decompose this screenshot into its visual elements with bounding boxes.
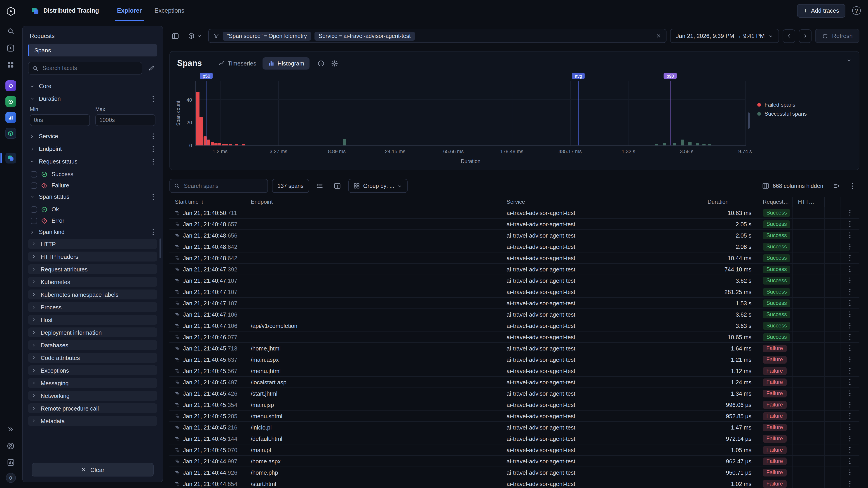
- gear-icon[interactable]: [332, 60, 338, 67]
- facet-group-http[interactable]: HTTP: [28, 239, 157, 249]
- span-search[interactable]: [169, 179, 268, 193]
- app-logo[interactable]: [4, 5, 17, 18]
- failed-span-bar[interactable]: [196, 92, 199, 145]
- row-menu-icon[interactable]: [849, 390, 851, 396]
- facet-group-span-status[interactable]: Span status: [28, 191, 157, 202]
- facet-menu-icon[interactable]: [151, 145, 155, 152]
- successful-span-bar[interactable]: [655, 144, 658, 145]
- table-row[interactable]: Jan 21, 21:40:48.656ai-travel-advisor-ag…: [169, 230, 860, 241]
- table-row[interactable]: Jan 21, 21:40:47.107ai-travel-advisor-ag…: [169, 275, 860, 286]
- facet-option-ok[interactable]: Ok: [28, 204, 157, 215]
- sidebar-scrollbar[interactable]: [159, 238, 161, 258]
- product-icon-4[interactable]: [5, 128, 16, 139]
- row-menu-icon[interactable]: [849, 266, 851, 272]
- successful-span-bar[interactable]: [688, 142, 691, 145]
- successful-span-bar[interactable]: [681, 140, 684, 145]
- table-row[interactable]: Jan 21, 21:40:44.854/start.htmlai-travel…: [169, 478, 860, 488]
- table-row[interactable]: Jan 21, 21:40:48.657ai-travel-advisor-ag…: [169, 219, 860, 230]
- failed-span-bar[interactable]: [211, 142, 214, 145]
- table-row[interactable]: Jan 21, 21:40:45.637/main.aspxai-travel-…: [169, 354, 860, 365]
- edit-facets-button[interactable]: [146, 62, 157, 74]
- usage-icon[interactable]: [4, 456, 17, 469]
- add-traces-button[interactable]: + Add traces: [797, 4, 845, 18]
- failed-span-bar[interactable]: [214, 143, 218, 145]
- row-menu-icon[interactable]: [849, 232, 851, 238]
- collapse-chart-icon[interactable]: [846, 58, 852, 63]
- duration-max-input[interactable]: [95, 114, 155, 126]
- facet-group-host[interactable]: Host: [28, 315, 157, 325]
- help-icon[interactable]: ?: [852, 6, 861, 15]
- notification-badge[interactable]: 0: [6, 473, 16, 483]
- table-row[interactable]: Jan 21, 21:40:45.426/start.jhtmlai-trave…: [169, 388, 860, 399]
- table-row[interactable]: Jan 21, 21:40:45.285/menu.shtmlai-travel…: [169, 411, 860, 422]
- checkbox[interactable]: [31, 182, 37, 189]
- successful-span-bar[interactable]: [695, 143, 699, 145]
- column-header-duration[interactable]: Duration: [702, 197, 757, 207]
- facet-menu-icon[interactable]: [151, 158, 155, 165]
- time-back-button[interactable]: [783, 29, 796, 43]
- column-header-htt[interactable]: HTT…: [793, 197, 825, 207]
- facet-menu-icon[interactable]: [151, 96, 155, 102]
- facet-group-request-attributes[interactable]: Request attributes: [28, 264, 157, 274]
- product-icon-1[interactable]: [5, 80, 16, 91]
- table-row[interactable]: Jan 21, 21:40:50.711ai-travel-advisor-ag…: [169, 207, 860, 219]
- failed-span-bar[interactable]: [229, 144, 232, 145]
- table-row[interactable]: Jan 21, 21:40:47.106/api/v1/completionai…: [169, 320, 860, 331]
- table-row[interactable]: Jan 21, 21:40:47.392ai-travel-advisor-ag…: [169, 264, 860, 275]
- filter-chip[interactable]: Service=ai-travel-advisor-agent-test: [314, 31, 414, 40]
- facet-group-code-attributes[interactable]: Code attributes: [28, 353, 157, 363]
- time-range-button[interactable]: Jan 21, 2026, 9:39 PM → 9:41 PM: [670, 29, 779, 43]
- checkbox[interactable]: [31, 218, 37, 224]
- row-menu-icon[interactable]: [849, 345, 851, 351]
- facet-group-process[interactable]: Process: [28, 302, 157, 312]
- support-icon[interactable]: [4, 440, 17, 452]
- facet-group-messaging[interactable]: Messaging: [28, 378, 157, 388]
- list-view-icon[interactable]: [313, 179, 327, 193]
- row-menu-icon[interactable]: [849, 424, 851, 430]
- table-row[interactable]: Jan 21, 21:40:47.107ai-travel-advisor-ag…: [169, 298, 860, 309]
- successful-span-bar[interactable]: [703, 144, 706, 145]
- tab-exceptions[interactable]: Exceptions: [148, 0, 191, 21]
- sidebar-view-spans[interactable]: Spans: [28, 44, 157, 57]
- product-icon-tracing[interactable]: [5, 153, 16, 163]
- facet-group-metadata[interactable]: Metadata: [28, 416, 157, 426]
- facet-search-input[interactable]: [41, 65, 138, 72]
- facet-menu-icon[interactable]: [151, 194, 155, 200]
- dataset-selector-button[interactable]: [185, 29, 205, 43]
- apps-grid-icon[interactable]: [4, 58, 17, 71]
- filter-chip[interactable]: "Span source"=OpenTelemetry: [223, 31, 311, 40]
- tab-explorer[interactable]: Explorer: [111, 0, 148, 21]
- row-menu-icon[interactable]: [849, 379, 851, 385]
- facet-group-kubernetes-namespace-labels[interactable]: Kubernetes namespace labels: [28, 290, 157, 299]
- row-menu-icon[interactable]: [849, 243, 851, 250]
- plot-area[interactable]: 1.2 ms3.27 ms8.89 ms24.15 ms65.66 ms178.…: [195, 81, 746, 146]
- failed-span-bar[interactable]: [207, 140, 210, 145]
- table-row[interactable]: Jan 21, 21:40:45.354/main.jspai-travel-a…: [169, 399, 860, 411]
- duration-min-input[interactable]: [30, 114, 90, 126]
- row-menu-icon[interactable]: [849, 481, 851, 487]
- facet-group-deployment-information[interactable]: Deployment information: [28, 327, 157, 337]
- column-settings-icon[interactable]: [830, 179, 843, 193]
- row-menu-icon[interactable]: [849, 221, 851, 227]
- facet-group-duration[interactable]: Duration: [28, 93, 157, 104]
- row-menu-icon[interactable]: [849, 209, 851, 216]
- facet-option-success[interactable]: Success: [28, 168, 157, 180]
- row-menu-icon[interactable]: [849, 289, 851, 295]
- failed-span-bar[interactable]: [222, 144, 225, 145]
- facet-group-span-kind[interactable]: Span kind: [28, 226, 157, 237]
- successful-span-bar[interactable]: [673, 143, 676, 145]
- table-row[interactable]: Jan 21, 21:40:47.107ai-travel-advisor-ag…: [169, 286, 860, 298]
- facet-group-databases[interactable]: Databases: [28, 340, 157, 350]
- successful-span-bar[interactable]: [343, 139, 346, 145]
- checkbox[interactable]: [31, 171, 37, 177]
- legend-item-failed-spans[interactable]: Failed spans: [757, 102, 807, 108]
- product-icon-2[interactable]: [5, 96, 16, 107]
- table-row[interactable]: Jan 21, 21:40:45.216/inicio.plai-travel-…: [169, 422, 860, 433]
- table-row[interactable]: Jan 21, 21:40:45.567/menu.jhtmlai-travel…: [169, 365, 860, 377]
- row-menu-icon[interactable]: [849, 356, 851, 363]
- columns-hidden-button[interactable]: 668 columns hidden: [762, 183, 823, 189]
- facet-group-kubernetes[interactable]: Kubernetes: [28, 277, 157, 287]
- failed-span-bar[interactable]: [225, 144, 228, 145]
- row-menu-icon[interactable]: [849, 300, 851, 306]
- toggle-panel-icon[interactable]: [169, 29, 181, 43]
